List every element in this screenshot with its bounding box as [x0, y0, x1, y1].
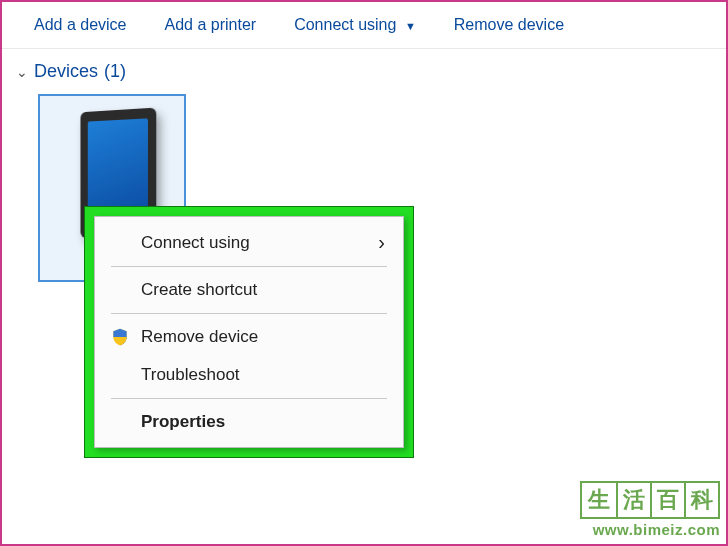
- menu-properties[interactable]: Properties: [99, 403, 399, 441]
- devices-section-header[interactable]: ⌄ Devices (1): [16, 61, 126, 82]
- chevron-down-icon: ⌄: [16, 64, 28, 80]
- watermark-char: 生: [582, 483, 616, 517]
- blank-icon: [109, 279, 131, 301]
- menu-separator: [111, 313, 387, 314]
- menu-label: Properties: [141, 412, 225, 432]
- menu-separator: [111, 398, 387, 399]
- connect-using-link[interactable]: Connect using ▼: [294, 16, 416, 34]
- menu-label: Create shortcut: [141, 280, 257, 300]
- remove-device-link[interactable]: Remove device: [454, 16, 564, 34]
- menu-label: Connect using: [141, 233, 250, 253]
- add-printer-link[interactable]: Add a printer: [165, 16, 257, 34]
- menu-separator: [111, 266, 387, 267]
- section-label: Devices: [34, 61, 98, 82]
- blank-icon: [109, 232, 131, 254]
- menu-label: Remove device: [141, 327, 258, 347]
- watermark: 生 活 百 科 www.bimeiz.com: [580, 481, 720, 538]
- connect-using-label: Connect using: [294, 16, 396, 33]
- menu-connect-using[interactable]: Connect using ›: [99, 223, 399, 262]
- watermark-char: 百: [650, 483, 684, 517]
- watermark-badge: 生 活 百 科: [580, 481, 720, 519]
- add-device-link[interactable]: Add a device: [34, 16, 127, 34]
- section-count: (1): [104, 61, 126, 82]
- highlight-box: Connect using › Create shortcut Remove d…: [84, 206, 414, 458]
- watermark-url: www.bimeiz.com: [580, 521, 720, 538]
- command-bar: Add a device Add a printer Connect using…: [2, 2, 726, 49]
- shield-icon: [109, 326, 131, 348]
- blank-icon: [109, 364, 131, 386]
- menu-create-shortcut[interactable]: Create shortcut: [99, 271, 399, 309]
- watermark-char: 科: [684, 483, 718, 517]
- context-menu: Connect using › Create shortcut Remove d…: [94, 216, 404, 448]
- menu-remove-device[interactable]: Remove device: [99, 318, 399, 356]
- watermark-char: 活: [616, 483, 650, 517]
- chevron-down-icon: ▼: [405, 20, 416, 32]
- chevron-right-icon: ›: [378, 231, 385, 254]
- menu-label: Troubleshoot: [141, 365, 240, 385]
- blank-icon: [109, 411, 131, 433]
- menu-troubleshoot[interactable]: Troubleshoot: [99, 356, 399, 394]
